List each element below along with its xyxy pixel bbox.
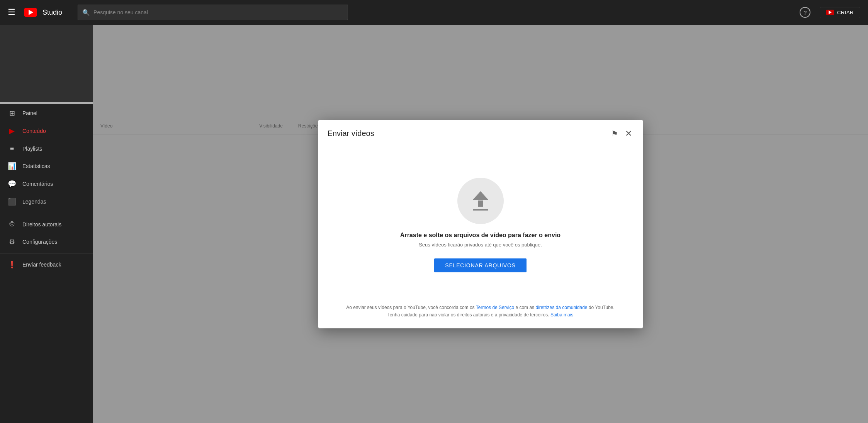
conteudo-icon: ▶ [8,127,16,135]
topbar: ☰ Studio 🔍 ? CRIAR [0,0,868,25]
footer-text-mid: e com as [514,305,535,310]
modal-title: Enviar vídeos [328,129,374,138]
modal-body: Arraste e solte os arquivos de vídeo par… [318,146,643,297]
help-icon: ? [800,7,810,18]
search-icon: 🔍 [82,9,90,16]
upload-arrow-body [478,200,483,207]
topbar-right: ? CRIAR [798,5,860,19]
upload-arrow-head [473,191,488,200]
modal-footer-line2: Tenha cuidado para não violar os direito… [328,311,634,319]
modal-feedback-button[interactable]: ⚑ [610,127,620,140]
sidebar-item-comentarios[interactable]: 💬 Comentários [0,175,93,193]
modal-header-actions: ⚑ ✕ [610,127,634,140]
sidebar-label-conteudo: Conteúdo [22,128,46,134]
feedback-icon: ❗ [8,260,16,269]
modal-footer: Ao enviar seus vídeos para o YouTube, vo… [318,296,643,328]
sidebar-item-direitos[interactable]: © Direitos autorais [0,216,93,233]
sidebar-label-comentarios: Comentários [22,181,53,187]
main-content: Vídeo Visibilidade Restrições Data Visua… [93,25,868,423]
direitos-icon: © [8,220,16,228]
legendas-icon: ⬛ [8,197,16,206]
modal-overlay: Enviar vídeos ⚑ ✕ [93,25,868,423]
footer-tos-link[interactable]: Termos de Serviço [476,305,514,310]
upload-icon-circle [457,178,504,224]
search-area: 🔍 [78,5,348,20]
estatisticas-icon: 📊 [8,162,16,170]
search-input[interactable] [78,5,348,20]
configuracoes-icon: ⚙ [8,238,16,246]
modal-feedback-icon: ⚑ [611,129,618,138]
sidebar-divider [0,213,93,213]
sidebar-item-legendas[interactable]: ⬛ Legendas [0,193,93,211]
channel-area [0,25,93,102]
upload-modal: Enviar vídeos ⚑ ✕ [318,120,643,328]
drag-drop-text: Arraste e solte os arquivos de vídeo par… [400,232,561,239]
logo-area: ☰ Studio [8,7,62,17]
studio-label: Studio [42,8,62,17]
upload-arrow-base [473,209,488,211]
sidebar: ⊞ Painel ▶ Conteúdo ≡ Playlists 📊 Estatí… [0,104,93,423]
sidebar-item-conteudo[interactable]: ▶ Conteúdo [0,122,93,140]
modal-header: Enviar vídeos ⚑ ✕ [318,120,643,146]
criar-label: CRIAR [837,10,854,15]
sidebar-label-legendas: Legendas [22,199,46,205]
privacy-text: Seus vídeos ficarão privados até que voc… [419,242,542,248]
sidebar-item-painel[interactable]: ⊞ Painel [0,104,93,122]
sidebar-item-playlists[interactable]: ≡ Playlists [0,140,93,157]
hamburger-icon[interactable]: ☰ [8,7,15,17]
youtube-logo [24,8,37,17]
modal-close-button[interactable]: ✕ [623,128,634,139]
footer-community-link[interactable]: diretrizes da comunidade [535,305,587,310]
sidebar-divider-2 [0,253,93,253]
help-button[interactable]: ? [798,5,812,19]
sidebar-label-playlists: Playlists [22,146,42,152]
footer-copyright-pre: Tenha cuidado para não violar os direito… [387,312,550,318]
footer-text-pre: Ao enviar seus vídeos para o YouTube, vo… [346,305,476,310]
sidebar-label-feedback: Enviar feedback [22,262,61,268]
sidebar-label-estatisticas: Estatísticas [22,163,50,169]
playlists-icon: ≡ [8,144,16,153]
sidebar-label-painel: Painel [22,110,37,116]
modal-footer-line1: Ao enviar seus vídeos para o YouTube, vo… [328,304,634,311]
upload-arrow-icon [473,191,488,211]
painel-icon: ⊞ [8,109,16,117]
select-files-button[interactable]: SELECIONAR ARQUIVOS [434,258,526,272]
youtube-play-icon [29,10,33,15]
sidebar-label-direitos: Direitos autorais [22,221,61,228]
sidebar-label-configuracoes: Configurações [22,239,57,245]
sidebar-item-estatisticas[interactable]: 📊 Estatísticas [0,157,93,175]
criar-play-triangle [829,10,832,14]
footer-saiba-link[interactable]: Saiba mais [550,312,573,318]
criar-button[interactable]: CRIAR [820,7,860,18]
criar-video-icon [826,10,834,15]
sidebar-item-feedback[interactable]: ❗ Enviar feedback [0,256,93,274]
comentarios-icon: 💬 [8,180,16,188]
close-icon: ✕ [625,129,632,138]
sidebar-item-configuracoes[interactable]: ⚙ Configurações [0,233,93,251]
footer-text-post: do YouTube. [588,305,615,310]
